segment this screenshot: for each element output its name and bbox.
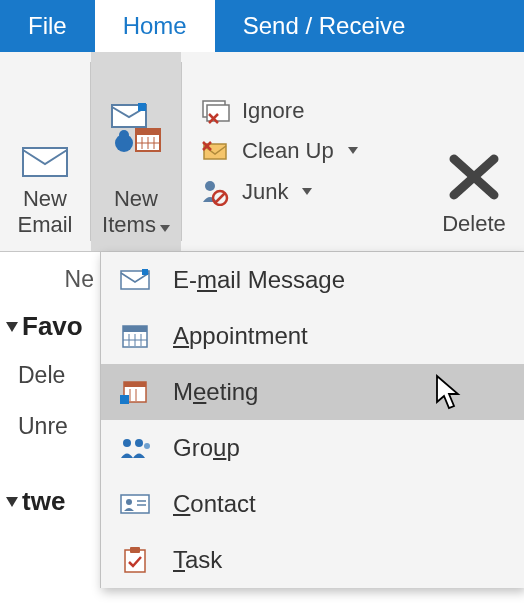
svg-rect-24 xyxy=(142,269,148,275)
folder-pane: Ne Favo Dele Unre twe xyxy=(0,252,100,535)
junk-button[interactable]: Junk xyxy=(196,174,416,210)
collapse-icon xyxy=(6,497,18,507)
menu-label: Group xyxy=(173,434,240,462)
menu-item-task[interactable]: Task xyxy=(101,532,524,588)
envelope-icon xyxy=(117,269,153,291)
svg-rect-44 xyxy=(125,550,145,572)
delete-button[interactable]: Delete xyxy=(424,52,524,251)
svg-point-41 xyxy=(126,499,132,505)
envelope-icon xyxy=(21,144,69,180)
ribbon: New Email New Items xyxy=(0,52,524,252)
menu-item-email-message[interactable]: E-mail Message xyxy=(101,252,524,308)
new-email-button[interactable]: New Email xyxy=(0,52,90,251)
collapse-icon xyxy=(6,322,18,332)
meeting-icon xyxy=(117,379,153,405)
ignore-icon xyxy=(198,98,232,124)
menu-item-meeting[interactable]: Meeting xyxy=(101,364,524,420)
svg-rect-32 xyxy=(124,382,146,387)
menu-label: Appointment xyxy=(173,322,308,350)
ignore-label: Ignore xyxy=(242,98,304,124)
favorites-header[interactable]: Favo xyxy=(6,297,94,350)
clean-up-button[interactable]: Clean Up xyxy=(196,134,416,168)
chevron-down-icon xyxy=(302,188,312,195)
calendar-icon xyxy=(117,323,153,349)
svg-point-18 xyxy=(205,181,215,191)
cursor-icon xyxy=(434,374,464,412)
svg-rect-45 xyxy=(130,547,140,553)
delete-group: Ignore Clean Up xyxy=(182,52,424,251)
svg-point-37 xyxy=(123,439,131,447)
delete-label: Delete xyxy=(442,211,506,237)
new-items-menu: E-mail Message Appointment xyxy=(100,252,524,588)
svg-rect-36 xyxy=(120,395,129,404)
clean-up-label: Clean Up xyxy=(242,138,334,164)
account-header[interactable]: twe xyxy=(6,472,94,525)
svg-point-4 xyxy=(119,130,129,140)
content-area: Ne Favo Dele Unre twe E-mail Message xyxy=(0,252,524,535)
svg-point-39 xyxy=(144,443,150,449)
svg-line-20 xyxy=(215,193,225,203)
new-items-button[interactable]: New Items xyxy=(91,52,181,251)
nav-item-unread[interactable]: Unre xyxy=(6,401,94,452)
menu-label: Task xyxy=(173,546,222,574)
ignore-button[interactable]: Ignore xyxy=(196,94,416,128)
clean-up-icon xyxy=(198,138,232,164)
new-items-label: New Items xyxy=(102,161,170,237)
tab-home[interactable]: Home xyxy=(95,0,215,52)
nav-item-deleted[interactable]: Dele xyxy=(6,350,94,401)
svg-rect-2 xyxy=(138,103,146,111)
contact-card-icon xyxy=(117,493,153,515)
group-icon xyxy=(117,436,153,460)
menu-item-contact[interactable]: Contact xyxy=(101,476,524,532)
svg-rect-12 xyxy=(207,105,229,121)
tab-send-receive[interactable]: Send / Receive xyxy=(215,0,434,52)
menu-label: E-mail Message xyxy=(173,266,345,294)
tab-file[interactable]: File xyxy=(0,0,95,52)
junk-label: Junk xyxy=(242,179,288,205)
new-email-label: New Email xyxy=(17,186,72,237)
svg-rect-6 xyxy=(136,129,160,135)
svg-rect-26 xyxy=(123,326,147,332)
svg-point-38 xyxy=(135,439,143,447)
chevron-down-icon xyxy=(348,147,358,154)
menu-label: Meeting xyxy=(173,378,258,406)
svg-rect-0 xyxy=(23,148,67,176)
task-clipboard-icon xyxy=(117,546,153,574)
menu-item-group[interactable]: Group xyxy=(101,420,524,476)
group-label-truncated: Ne xyxy=(6,262,94,297)
junk-icon xyxy=(198,178,232,206)
menu-label: Contact xyxy=(173,490,256,518)
menu-item-appointment[interactable]: Appointment xyxy=(101,308,524,364)
new-items-icon xyxy=(108,103,164,155)
delete-x-icon xyxy=(444,149,504,205)
ribbon-tabs: File Home Send / Receive xyxy=(0,0,524,52)
